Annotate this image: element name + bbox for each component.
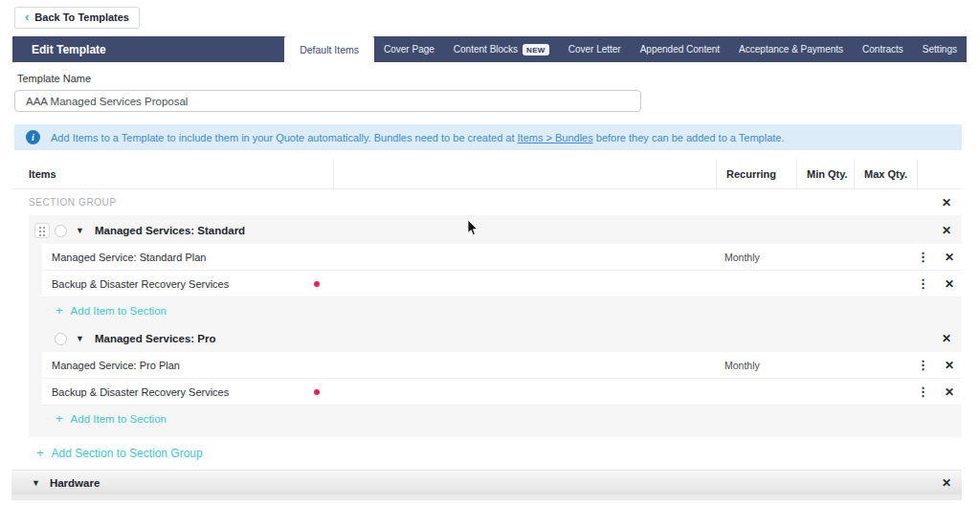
item-recurring-value: Monthly bbox=[715, 360, 795, 371]
tab-content-blocks[interactable]: Content Blocks NEW bbox=[444, 36, 559, 62]
tab-label: Cover Page bbox=[384, 44, 434, 55]
items-bundles-link[interactable]: Items > Bundles bbox=[518, 132, 593, 143]
tab-label: Appended Content bbox=[640, 44, 720, 55]
tab-bar: Default Items Cover Page Content Blocks … bbox=[284, 36, 967, 62]
next-row-edge bbox=[11, 494, 962, 500]
remove-section-icon[interactable]: ✕ bbox=[940, 223, 953, 238]
section-radio[interactable] bbox=[55, 333, 67, 345]
kebab-menu-icon[interactable]: ⋮ bbox=[916, 275, 930, 292]
back-button-label: Back To Templates bbox=[34, 11, 129, 23]
remove-item-icon[interactable]: ✕ bbox=[943, 384, 956, 400]
remove-section-icon[interactable]: ✕ bbox=[940, 331, 953, 346]
add-item-to-section-link[interactable]: + Add Item to Section bbox=[56, 305, 962, 317]
remove-section-group-icon[interactable]: ✕ bbox=[940, 195, 953, 210]
item-name: Managed Service: Standard Plan bbox=[42, 252, 715, 263]
item-actions: ⋮ ✕ bbox=[916, 384, 964, 400]
add-section-label: Add Section to Section Group bbox=[52, 447, 203, 460]
item-row: Backup & Disaster Recovery Services ⋮ ✕ bbox=[42, 271, 962, 297]
add-item-label: Add Item to Section bbox=[71, 413, 167, 425]
back-chevron-icon: ‹ bbox=[25, 12, 29, 22]
column-header-recurring: Recurring bbox=[717, 160, 797, 188]
add-item-to-section-link[interactable]: + Add Item to Section bbox=[56, 413, 962, 425]
page-title: Edit Template bbox=[32, 43, 106, 56]
template-name-input[interactable] bbox=[14, 90, 641, 112]
remove-item-icon[interactable]: ✕ bbox=[943, 250, 956, 265]
tab-label: Acceptance & Payments bbox=[739, 44, 843, 55]
add-section-to-section-group-link[interactable]: + Add Section to Section Group bbox=[36, 447, 962, 460]
item-actions: ⋮ ✕ bbox=[916, 357, 964, 373]
kebab-menu-icon[interactable]: ⋮ bbox=[916, 357, 930, 373]
item-name: Managed Service: Pro Plan bbox=[42, 360, 715, 371]
template-name-label: Template Name bbox=[17, 73, 980, 84]
section-header-standard: ▼ Managed Services: Standard ✕ bbox=[29, 217, 962, 244]
edit-template-header: Edit Template Default Items Cover Page C… bbox=[12, 36, 967, 62]
tab-label: Settings bbox=[923, 44, 957, 55]
remove-item-icon[interactable]: ✕ bbox=[943, 276, 956, 292]
tab-contracts[interactable]: Contracts bbox=[853, 36, 913, 62]
item-row: Managed Service: Standard Plan Monthly ⋮… bbox=[42, 244, 962, 271]
chevron-down-icon[interactable]: ▼ bbox=[76, 334, 84, 343]
top-bar: ‹ Back To Templates bbox=[0, 0, 980, 36]
item-recurring-value: Monthly bbox=[715, 252, 795, 263]
info-icon: i bbox=[26, 130, 40, 144]
tab-settings[interactable]: Settings bbox=[913, 36, 967, 62]
info-text-after: before they can be added to a Template. bbox=[593, 132, 785, 143]
chevron-down-icon[interactable]: ▼ bbox=[76, 226, 84, 235]
tab-cover-page[interactable]: Cover Page bbox=[374, 36, 444, 62]
tab-label: Cover Letter bbox=[568, 44, 621, 55]
back-to-templates-button[interactable]: ‹ Back To Templates bbox=[14, 7, 140, 29]
default-items-table: Items Recurring Min Qty. Max Qty. SECTIO… bbox=[11, 160, 962, 494]
section-name: Managed Services: Standard bbox=[95, 225, 245, 236]
tab-appended-content[interactable]: Appended Content bbox=[631, 36, 729, 62]
section-radio[interactable] bbox=[55, 225, 67, 237]
kebab-menu-icon[interactable]: ⋮ bbox=[916, 384, 930, 400]
tab-label: Contracts bbox=[862, 44, 903, 55]
add-item-label: Add Item to Section bbox=[71, 305, 167, 317]
column-header-min-qty: Min Qty. bbox=[797, 160, 855, 188]
tab-cover-letter[interactable]: Cover Letter bbox=[559, 36, 631, 62]
section-group-row: SECTION GROUP ✕ bbox=[11, 189, 962, 215]
remove-section-icon[interactable]: ✕ bbox=[940, 475, 953, 491]
info-banner: i Add Items to a Template to include the… bbox=[14, 124, 962, 150]
table-header-row: Items Recurring Min Qty. Max Qty. bbox=[11, 160, 962, 189]
tab-label: Content Blocks bbox=[454, 44, 518, 55]
column-header-blank bbox=[334, 160, 717, 188]
section-group-label: SECTION GROUP bbox=[29, 197, 117, 208]
column-header-max-qty: Max Qty. bbox=[855, 160, 918, 188]
info-banner-text: Add Items to a Template to include them … bbox=[51, 132, 785, 143]
section-header-hardware: ▼ Hardware ✕ bbox=[11, 470, 962, 494]
new-badge: NEW bbox=[523, 44, 549, 55]
plus-icon: + bbox=[56, 414, 63, 424]
info-text-before: Add Items to a Template to include them … bbox=[51, 132, 518, 143]
tab-acceptance-payments[interactable]: Acceptance & Payments bbox=[729, 36, 853, 62]
plus-icon: + bbox=[36, 449, 44, 458]
item-name: Backup & Disaster Recovery Services bbox=[42, 278, 715, 290]
item-actions: ⋮ ✕ bbox=[916, 275, 964, 292]
drag-dots-icon bbox=[38, 226, 46, 236]
drag-handle[interactable] bbox=[34, 223, 50, 238]
item-row: Managed Service: Pro Plan Monthly ⋮ ✕ bbox=[42, 352, 962, 379]
section-header-pro: ▼ Managed Services: Pro ✕ bbox=[29, 325, 962, 352]
kebab-menu-icon[interactable]: ⋮ bbox=[916, 249, 930, 265]
column-header-items: Items bbox=[11, 160, 334, 188]
tab-default-items[interactable]: Default Items bbox=[284, 36, 374, 62]
remove-item-icon[interactable]: ✕ bbox=[943, 358, 956, 373]
item-row: Backup & Disaster Recovery Services ⋮ ✕ bbox=[42, 379, 962, 406]
item-name: Backup & Disaster Recovery Services bbox=[42, 386, 715, 398]
chevron-down-icon[interactable]: ▼ bbox=[32, 478, 40, 488]
tab-label: Default Items bbox=[300, 44, 359, 55]
section-group-container: ▼ Managed Services: Standard ✕ Managed S… bbox=[29, 215, 962, 437]
section-name: Hardware bbox=[50, 477, 100, 489]
column-header-actions bbox=[918, 160, 962, 188]
item-actions: ⋮ ✕ bbox=[916, 249, 964, 265]
plus-icon: + bbox=[56, 306, 63, 316]
required-indicator-icon bbox=[314, 281, 320, 287]
required-indicator-icon bbox=[314, 389, 320, 395]
section-name: Managed Services: Pro bbox=[95, 333, 216, 344]
